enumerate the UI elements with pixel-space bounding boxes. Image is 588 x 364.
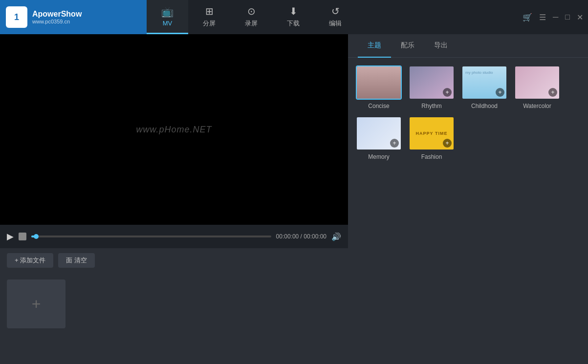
play-button[interactable]: ▶ bbox=[7, 231, 14, 242]
record-icon: ⊙ bbox=[247, 5, 256, 17]
time-display: 00:00:00 / 00:00:00 bbox=[276, 233, 327, 240]
menu-button[interactable]: ☰ bbox=[539, 13, 546, 22]
theme-fashion-plus: + bbox=[443, 139, 452, 148]
theme-childhood-plus: + bbox=[496, 88, 504, 97]
nav-tab-mv[interactable]: 📺 MV bbox=[147, 0, 188, 34]
nav-tab-download-label: 下载 bbox=[287, 19, 300, 28]
theme-concise[interactable]: Concise bbox=[356, 65, 402, 109]
nav-tab-mv-label: MV bbox=[163, 20, 173, 27]
add-file-placeholder[interactable]: + bbox=[7, 279, 65, 328]
left-panel: www.pHome.NET ▶ 00:00:00 / 00:00:00 🔊 + … bbox=[0, 34, 348, 364]
theme-fashion-thumb: HAPPY TIME + bbox=[409, 116, 455, 150]
theme-fashion[interactable]: HAPPY TIME + Fashion bbox=[409, 116, 455, 160]
theme-fashion-label: Fashion bbox=[421, 153, 442, 160]
theme-rhythm-plus: + bbox=[443, 88, 452, 97]
theme-watercolor[interactable]: + Watercolor bbox=[514, 65, 560, 109]
themes-grid: Concise + Rhythm my photo studio + Child… bbox=[348, 58, 588, 168]
nav-tab-edit[interactable]: ↺ 编辑 bbox=[314, 0, 356, 34]
nav-tabs: 📺 MV ⊞ 分屏 ⊙ 录屏 ⬇ 下载 ↺ 编辑 bbox=[147, 0, 518, 34]
tab-export-label: 导出 bbox=[434, 41, 448, 49]
file-strip: + bbox=[0, 273, 348, 364]
close-button[interactable]: ✕ bbox=[577, 13, 583, 22]
tab-export[interactable]: 导出 bbox=[424, 34, 457, 58]
nav-tab-record-label: 录屏 bbox=[245, 19, 258, 28]
watermark-text: www.pHome.NET bbox=[136, 125, 212, 135]
edit-icon: ↺ bbox=[331, 5, 340, 17]
nav-tab-split-label: 分屏 bbox=[203, 19, 216, 28]
toolbar-row: + 添加文件 面 清空 bbox=[0, 248, 348, 273]
tab-theme-label: 主题 bbox=[368, 41, 381, 49]
main-content: www.pHome.NET ▶ 00:00:00 / 00:00:00 🔊 + … bbox=[0, 34, 588, 364]
download-icon: ⬇ bbox=[289, 5, 298, 17]
progress-thumb bbox=[34, 234, 39, 239]
nav-tab-split[interactable]: ⊞ 分屏 bbox=[188, 0, 230, 34]
stop-button[interactable] bbox=[19, 233, 26, 240]
playback-bar: ▶ 00:00:00 / 00:00:00 🔊 bbox=[0, 225, 348, 248]
video-preview: www.pHome.NET bbox=[0, 34, 348, 225]
theme-watercolor-thumb: + bbox=[514, 65, 560, 100]
theme-memory[interactable]: + Memory bbox=[356, 116, 402, 160]
app-name: ApowerShow bbox=[32, 10, 82, 19]
theme-memory-label: Memory bbox=[368, 153, 389, 160]
tab-music[interactable]: 配乐 bbox=[391, 34, 424, 58]
progress-bar[interactable] bbox=[31, 236, 271, 237]
theme-rhythm-thumb: + bbox=[409, 65, 455, 100]
tab-music-label: 配乐 bbox=[401, 41, 414, 49]
theme-rhythm[interactable]: + Rhythm bbox=[409, 65, 455, 109]
theme-watercolor-label: Watercolor bbox=[523, 103, 551, 109]
theme-concise-image bbox=[357, 66, 401, 99]
nav-tab-edit-label: 编辑 bbox=[329, 19, 342, 28]
childhood-inner-text: my photo studio bbox=[465, 70, 493, 75]
window-controls: 🛒 ☰ ─ □ ✕ bbox=[518, 0, 588, 34]
current-time: 00:00:00 bbox=[276, 233, 299, 240]
logo-text: ApowerShow www.pc0359.cn bbox=[32, 10, 82, 24]
theme-concise-thumb bbox=[356, 65, 402, 100]
theme-childhood[interactable]: my photo studio + Childhood bbox=[461, 65, 507, 109]
theme-memory-plus: + bbox=[390, 139, 399, 148]
theme-memory-thumb: + bbox=[356, 116, 402, 150]
cart-button[interactable]: 🛒 bbox=[523, 13, 532, 22]
theme-watercolor-plus: + bbox=[548, 88, 557, 97]
app-logo-icon: 1 bbox=[6, 6, 27, 28]
right-tabs: 主题 配乐 导出 bbox=[348, 34, 588, 58]
theme-childhood-thumb: my photo studio + bbox=[461, 65, 507, 100]
total-time: 00:00:00 bbox=[304, 233, 327, 240]
volume-button[interactable]: 🔊 bbox=[331, 232, 341, 241]
nav-tab-download[interactable]: ⬇ 下载 bbox=[272, 0, 314, 34]
top-bar: 1 ApowerShow www.pc0359.cn 📺 MV ⊞ 分屏 ⊙ 录… bbox=[0, 0, 588, 34]
tab-theme[interactable]: 主题 bbox=[358, 34, 391, 58]
clear-button[interactable]: 面 清空 bbox=[58, 253, 95, 268]
logo-area: 1 ApowerShow www.pc0359.cn bbox=[0, 0, 147, 34]
theme-concise-label: Concise bbox=[368, 103, 389, 109]
theme-childhood-label: Childhood bbox=[471, 103, 498, 109]
minimize-button[interactable]: ─ bbox=[553, 13, 558, 21]
right-panel: 主题 配乐 导出 Concise + R bbox=[348, 34, 588, 364]
maximize-button[interactable]: □ bbox=[565, 13, 570, 21]
app-subtitle: www.pc0359.cn bbox=[32, 19, 82, 24]
split-icon: ⊞ bbox=[205, 5, 214, 17]
add-file-button[interactable]: + 添加文件 bbox=[7, 253, 53, 268]
theme-rhythm-label: Rhythm bbox=[421, 103, 441, 109]
nav-tab-record[interactable]: ⊙ 录屏 bbox=[230, 0, 272, 34]
mv-icon: 📺 bbox=[161, 6, 174, 18]
plus-icon: + bbox=[32, 295, 41, 313]
